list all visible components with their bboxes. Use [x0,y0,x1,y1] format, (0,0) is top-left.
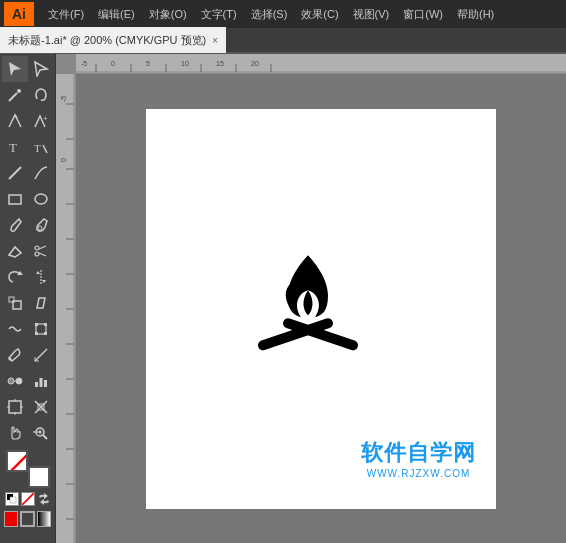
watermark-text: 软件自学网 [361,438,476,468]
menu-effect[interactable]: 效果(C) [295,5,344,24]
svg-rect-7 [9,195,21,204]
color-swatches[interactable] [6,450,50,488]
artboard-tool-button[interactable] [2,394,28,420]
tool-row-blend [0,368,55,394]
svg-line-26 [35,349,47,361]
svg-rect-21 [35,323,38,326]
svg-text:T: T [34,142,41,154]
tool-row-eraser [0,238,55,264]
canvas-area: -5 0 5 10 15 20 -5 0 [56,54,566,543]
tool-row-wand [0,82,55,108]
tool-row-brush [0,212,55,238]
menu-file[interactable]: 文件(F) [42,5,90,24]
app-logo: Ai [4,2,34,26]
free-transform-button[interactable] [28,316,54,342]
swap-colors-icon[interactable] [37,492,51,506]
gradient-button[interactable] [37,511,51,527]
tool-row-selection [0,56,55,82]
document-tab[interactable]: 未标题-1.ai* @ 200% (CMYK/GPU 预览) × [0,27,226,53]
eraser-tool-button[interactable] [2,238,28,264]
menu-bar: Ai 文件(F) 编辑(E) 对象(O) 文字(T) 选择(S) 效果(C) 视… [0,0,566,28]
svg-text:10: 10 [181,60,189,67]
menu-select[interactable]: 选择(S) [245,5,294,24]
svg-point-30 [16,378,22,384]
svg-line-6 [9,167,21,179]
none-color-icon[interactable] [21,492,35,506]
blend-tool-button[interactable] [2,368,28,394]
tool-row-artboard [0,394,55,420]
menu-view[interactable]: 视图(V) [347,5,396,24]
blob-brush-button[interactable] [28,212,54,238]
stroke-swatch[interactable] [28,466,50,488]
tool-row-type: T T [0,134,55,160]
line-segment-button[interactable] [2,160,28,186]
tool-row-rotate [0,264,55,290]
shear-tool-button[interactable] [28,290,54,316]
tab-close-button[interactable]: × [212,35,218,46]
fill-color-button[interactable] [4,511,18,527]
svg-point-8 [35,194,47,204]
canvas-surface[interactable]: 软件自学网 WWW.RJZXW.COM [76,74,566,543]
ruler-horizontal: -5 0 5 10 15 20 [76,54,566,74]
eyedropper-button[interactable] [2,342,28,368]
watermark-url: WWW.RJZXW.COM [361,468,476,479]
svg-rect-34 [44,380,47,387]
hand-tool-button[interactable] [2,420,28,446]
scale-tool-button[interactable] [2,290,28,316]
scissors-button[interactable] [28,238,54,264]
tool-row-rect [0,186,55,212]
default-colors-icon[interactable] [5,492,19,506]
svg-rect-33 [39,378,42,387]
type-tool-button[interactable]: T [2,134,28,160]
campfire-artwork [243,235,373,369]
stroke-color-button[interactable] [20,511,35,527]
menu-edit[interactable]: 编辑(E) [92,5,141,24]
svg-text:0: 0 [60,158,67,162]
tool-row-hand [0,420,55,446]
svg-point-25 [8,358,11,361]
magic-wand-button[interactable] [2,82,28,108]
svg-point-9 [38,226,42,230]
svg-text:+: + [43,114,48,123]
rectangle-tool-button[interactable] [2,186,28,212]
selection-tool-button[interactable] [2,56,28,82]
lasso-tool-button[interactable] [28,82,54,108]
menu-window[interactable]: 窗口(W) [397,5,449,24]
add-anchor-point-button[interactable]: + [28,108,54,134]
pen-tool-button[interactable] [2,108,28,134]
menu-object[interactable]: 对象(O) [143,5,193,24]
touch-type-button[interactable]: T [28,134,54,160]
zoom-tool-button[interactable] [28,420,54,446]
measure-tool-button[interactable] [28,342,54,368]
menu-type[interactable]: 文字(T) [195,5,243,24]
column-graph-button[interactable] [28,368,54,394]
artboard[interactable]: 软件自学网 WWW.RJZXW.COM [146,109,496,509]
svg-marker-16 [36,271,40,274]
tab-title: 未标题-1.ai* @ 200% (CMYK/GPU 预览) [8,33,206,48]
reflect-tool-button[interactable] [28,264,54,290]
paintbrush-button[interactable] [2,212,28,238]
svg-point-10 [35,246,39,250]
svg-point-29 [8,378,14,384]
svg-text:15: 15 [216,60,224,67]
tool-row-line [0,160,55,186]
warp-tool-button[interactable] [2,316,28,342]
svg-text:-5: -5 [81,60,87,67]
fill-swatch[interactable] [6,450,28,472]
svg-line-5 [43,145,47,153]
tool-row-scale [0,290,55,316]
toolbar: + T T [0,54,56,543]
svg-rect-47 [10,497,16,503]
direct-selection-tool-button[interactable] [28,56,54,82]
rotate-tool-button[interactable] [2,264,28,290]
svg-text:5: 5 [146,60,150,67]
menu-help[interactable]: 帮助(H) [451,5,500,24]
color-area [0,446,55,531]
svg-point-11 [35,252,39,256]
arc-tool-button[interactable] [28,160,54,186]
ellipse-tool-button[interactable] [28,186,54,212]
tool-row-eyedropper [0,342,55,368]
svg-text:20: 20 [251,60,259,67]
svg-text:0: 0 [111,60,115,67]
slice-tool-button[interactable] [28,394,54,420]
